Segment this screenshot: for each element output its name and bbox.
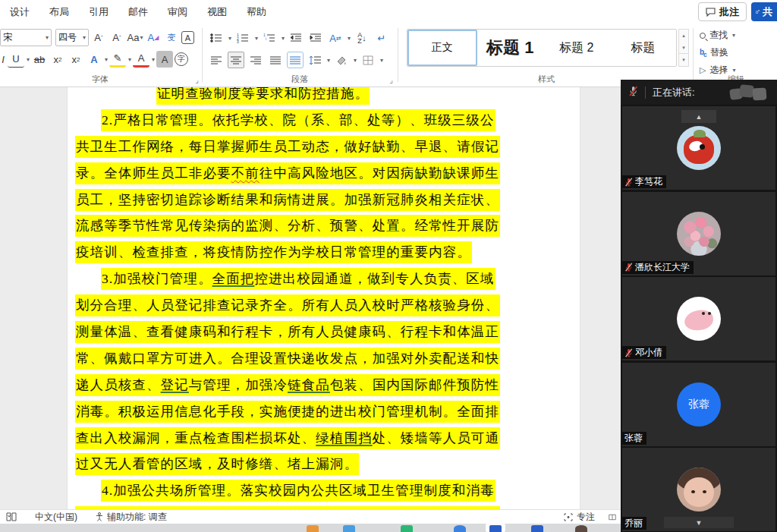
taskbar-app-blue[interactable]: [531, 525, 543, 532]
participant-tile-李笃花[interactable]: ▲李笃花: [622, 106, 775, 190]
accessibility-status[interactable]: 辅助功能: 调查: [96, 511, 167, 524]
taskbar-app-blue-rounded[interactable]: [343, 525, 355, 532]
distribute-button[interactable]: [287, 52, 304, 68]
align-center-button[interactable]: [228, 52, 244, 68]
asian-layout-button[interactable]: A⇄: [327, 30, 344, 46]
taskbar-app-dark-circle[interactable]: [575, 525, 587, 532]
document-line-4[interactable]: 员工，坚持密切追踪诊断结果和病情进展。加强新冠肺炎相关症状、: [75, 187, 514, 213]
shrink-font-button[interactable]: Aˇ: [109, 30, 125, 46]
align-left-button[interactable]: [208, 52, 225, 68]
document-line-10[interactable]: 常、佩戴口罩方可进入。合理设置快递收发点，加强对外卖配送和快: [75, 345, 514, 372]
focus-mode-button[interactable]: 专注: [564, 511, 595, 524]
chevron-down-icon: ▾: [732, 67, 735, 74]
participant-tile-潘欣长江大学[interactable]: 潘欣长江大学: [622, 192, 775, 275]
paragraph-dialog-launcher[interactable]: ⌟: [389, 76, 393, 84]
taskbar-app-orange[interactable]: [307, 525, 319, 532]
menu-tab-3[interactable]: 邮件: [118, 0, 158, 24]
mic-muted-icon: [628, 86, 638, 99]
borders-button[interactable]: [360, 52, 376, 68]
participant-tile-邓小倩[interactable]: 邓小倩: [622, 277, 775, 360]
italic-button[interactable]: I: [0, 51, 6, 68]
participant-tile-张蓉[interactable]: 张蓉张蓉: [622, 363, 775, 446]
change-case-button[interactable]: Aa▾: [127, 30, 143, 46]
menu-tab-0[interactable]: 设计: [0, 0, 39, 24]
decrease-indent-button[interactable]: [288, 30, 304, 46]
document-line-5[interactable]: 流感等季节性常见传染病的监测、分析、预警、处置。经常性开展防: [75, 212, 514, 239]
speaking-label: 正在讲话:: [653, 86, 695, 99]
gallery-more-button[interactable]: ▾: [679, 53, 688, 66]
document-line-16[interactable]: 制度。校园垃圾日产日清，并做好垃圾盛装容器的清洁消毒。使用空: [75, 504, 514, 509]
font-color-button[interactable]: A: [133, 51, 149, 68]
numbering-button[interactable]: 123: [234, 30, 251, 46]
participant-name: 李笃花: [622, 175, 666, 188]
share-button[interactable]: 共: [751, 2, 777, 21]
gallery-down-button[interactable]: ▾: [679, 42, 688, 54]
bullets-button[interactable]: [208, 30, 225, 46]
document-line-12[interactable]: 消毒。积极运用信息化手段，实施便捷的进出校门管理机制。全面排: [75, 398, 514, 425]
document-line-1[interactable]: 2.严格日常管理。依托学校、院（系、部、处等）、班级三级公: [75, 107, 514, 134]
editing-替换[interactable]: bc替换: [700, 46, 735, 60]
show-hide-marks-button[interactable]: ↵: [373, 30, 390, 46]
shading-button[interactable]: [333, 52, 350, 68]
subscript-button[interactable]: x2: [49, 51, 66, 68]
editing-查找[interactable]: 查找▾: [700, 28, 735, 42]
document-line-0[interactable]: 证明查验制度等要求和防控措施。: [75, 87, 514, 107]
participant-tile-乔丽[interactable]: ▼乔丽: [622, 448, 775, 531]
superscript-button[interactable]: x2: [68, 51, 84, 68]
chevron-down-icon: ▾: [282, 35, 285, 42]
menu-tab-1[interactable]: 布局: [39, 0, 79, 24]
document-line-2[interactable]: 共卫生工作网络，每日掌握师生员工动态，做好缺勤、早退、请假记: [75, 134, 514, 160]
multilevel-list-button[interactable]: 1i: [261, 30, 278, 46]
meeting-panel: 正在讲话: ▲李笃花潘欣长江大学邓小倩张蓉张蓉▼乔丽: [621, 80, 777, 532]
document-line-15[interactable]: 4.加强公共场所管理。落实校园内公共区域卫生管理制度和消毒: [75, 477, 514, 504]
scroll-up-button[interactable]: ▲: [681, 110, 716, 123]
participant-name: 邓小倩: [622, 346, 666, 359]
enclose-characters-button[interactable]: 字: [175, 52, 188, 66]
menu-tab-5[interactable]: 视图: [197, 0, 237, 24]
gallery-up-button[interactable]: ▴: [679, 30, 688, 42]
document-line-14[interactable]: 过又无人看管的区域，及时修缮、堵上漏洞。: [75, 451, 514, 477]
style-item-1[interactable]: 标题 1: [477, 30, 544, 66]
highlight-color-button[interactable]: ✎: [109, 51, 126, 68]
font-dialog-launcher[interactable]: ⌟: [195, 76, 199, 84]
style-item-3[interactable]: 标题: [610, 30, 677, 66]
phonetic-guide-button[interactable]: 变: [163, 30, 180, 46]
menu-tab-4[interactable]: 审阅: [158, 0, 197, 24]
menu-tab-2[interactable]: 引用: [79, 0, 118, 24]
character-border-button[interactable]: A: [181, 31, 194, 44]
font-name-combo[interactable]: 宋▾: [0, 29, 52, 46]
taskbar-app-word-active[interactable]: [486, 524, 505, 532]
document-line-7[interactable]: 3.加强校门管理。全面把控进出校园通道，做到专人负责、区域: [75, 266, 514, 292]
menu-tab-6[interactable]: 帮助: [237, 0, 276, 24]
taskbar-app-blue-circle[interactable]: [454, 525, 466, 532]
document-line-9[interactable]: 测量体温、查看健康码和行程卡，所有人员健康码、行程卡和体温正: [75, 319, 514, 345]
align-right-button[interactable]: [247, 52, 264, 68]
document-page[interactable]: 证明查验制度等要求和防控措施。2.严格日常管理。依托学校、院（系、部、处等）、班…: [67, 87, 580, 509]
language-status[interactable]: 中文(中国): [35, 511, 77, 524]
proofing-status[interactable]: [6, 512, 17, 521]
clear-formatting-button[interactable]: A◢: [145, 30, 162, 46]
comment-icon: [706, 8, 716, 17]
document-line-6[interactable]: 疫培训、检查排查，将疫情防控作为学校日常管理的重要内容。: [75, 239, 514, 266]
comments-button[interactable]: 批注: [698, 2, 747, 21]
font-size-combo[interactable]: 四号▾: [55, 29, 89, 46]
document-line-11[interactable]: 递人员核查、登记与管理，加强冷链食品包装、国内国际邮件预防性: [75, 372, 514, 398]
sort-button[interactable]: AZ↓: [354, 30, 370, 46]
strikethrough-button[interactable]: ab: [31, 51, 48, 68]
scroll-down-button[interactable]: ▼: [664, 517, 734, 528]
increase-indent-button[interactable]: [307, 30, 324, 46]
line-spacing-button[interactable]: [307, 52, 323, 68]
document-line-13[interactable]: 查出入校漏洞，重点检查围栏损坏处、绿植围挡处、矮墙等人员可通: [75, 425, 514, 452]
menu-bar: 设计布局引用邮件审阅视图帮助 批注 共: [0, 0, 777, 24]
view-mode-button[interactable]: [609, 513, 616, 521]
grow-font-button[interactable]: Aˆ: [90, 30, 107, 46]
text-effects-button[interactable]: A: [86, 51, 102, 68]
style-item-0[interactable]: 正文: [407, 30, 477, 66]
justify-button[interactable]: [267, 52, 284, 68]
style-item-2[interactable]: 标题 2: [543, 30, 610, 66]
character-shading-button[interactable]: A: [156, 51, 173, 68]
document-line-3[interactable]: 录。全体师生员工非必要不前往中高风险地区。对因病缺勤缺课师生: [75, 160, 514, 187]
taskbar-app-green[interactable]: [401, 525, 413, 532]
underline-button[interactable]: U: [8, 51, 24, 68]
document-line-8[interactable]: 划分合理、人员登记排查记录齐全。所有人员入校时严格核验身份、: [75, 292, 514, 319]
